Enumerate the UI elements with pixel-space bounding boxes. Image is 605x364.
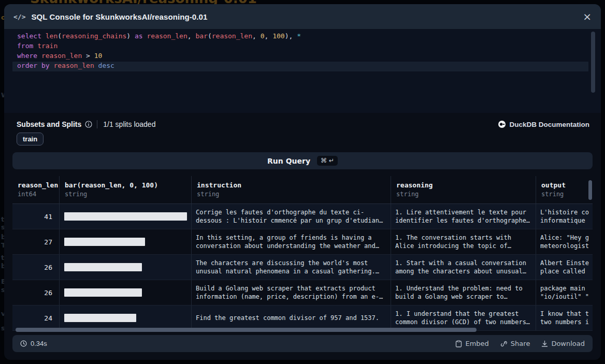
cell-reasoning: 1. The conversation starts with Alice in… xyxy=(391,229,536,254)
bar-fill xyxy=(64,238,145,246)
subsets-row: Subsets and Splits 1/1 splits loaded Duc… xyxy=(17,118,589,130)
run-shortcut-kbd: ⌘ ↵ xyxy=(317,156,338,166)
embed-icon xyxy=(455,340,462,347)
bar-fill xyxy=(64,288,142,297)
table-header-row: reason_lenint64bar(reason_len, 0, 100)st… xyxy=(12,176,593,204)
column-header-output[interactable]: outputstring xyxy=(536,176,593,203)
cell-output: Alice: "Hey g meteorologist xyxy=(536,229,593,254)
table-row[interactable]: 26The characters are discussing the worl… xyxy=(12,255,593,280)
table-row[interactable]: 27In this setting, a group of friends is… xyxy=(12,229,593,255)
table-row[interactable]: 26Build a Golang web scraper that extrac… xyxy=(12,280,593,305)
column-type: int64 xyxy=(18,191,59,198)
table-scrollbar-thumb[interactable] xyxy=(588,180,592,200)
column-name: reasoning xyxy=(396,181,536,189)
cell-output: L'histoire co informatique xyxy=(536,204,593,229)
splits-loaded-text: 1/1 splits loaded xyxy=(103,120,155,128)
cell-reasoning: 1. I understand that the greatest common… xyxy=(391,305,536,330)
sql-line: where reason_len > 10 xyxy=(12,52,588,62)
sql-console-modal: </> SQL Console for SkunkworksAI/reasoni… xyxy=(4,4,601,360)
horizontal-scrollbar[interactable] xyxy=(12,327,593,332)
cell-bar xyxy=(60,280,192,305)
sql-line: select len(reasoning_chains) as reason_l… xyxy=(12,32,588,42)
info-icon[interactable] xyxy=(85,121,92,128)
cell-bar xyxy=(60,229,192,254)
share-link-icon xyxy=(500,340,508,347)
run-query-label: Run Query xyxy=(267,157,310,165)
column-type: string xyxy=(541,191,593,198)
cell-output: Albert Einste place called xyxy=(536,255,593,280)
cell-bar xyxy=(60,305,192,330)
share-button[interactable]: Share xyxy=(500,340,530,347)
sql-line-active: order by reason_len desc xyxy=(12,62,588,71)
bar-fill xyxy=(64,263,142,271)
modal-title: SQL Console for SkunkworksAI/reasoning-0… xyxy=(31,12,207,21)
cell-reason-len: 26 xyxy=(12,255,60,280)
code-icon: </> xyxy=(13,13,25,21)
cell-reason-len: 27 xyxy=(12,229,60,254)
cell-bar xyxy=(60,255,192,280)
bar-fill xyxy=(64,314,136,322)
divider xyxy=(97,120,97,128)
cell-reasoning: 1. Understand the problem: need to build… xyxy=(391,280,536,305)
cell-output: package main "io/ioutil" " xyxy=(536,280,593,305)
cell-reason-len: 26 xyxy=(12,280,60,305)
column-type: string xyxy=(197,191,391,198)
results-table: reason_lenint64bar(reason_len, 0, 100)st… xyxy=(12,176,593,332)
table-row[interactable]: 41Corrige les fautes d'orthographe du te… xyxy=(12,204,593,229)
cell-instruction: The characters are discussing the world'… xyxy=(192,255,391,280)
query-duration: 0.34s xyxy=(20,340,47,347)
run-query-button[interactable]: Run Query ⌘ ↵ xyxy=(12,152,593,169)
cell-instruction: Corrige les fautes d'orthographe du text… xyxy=(192,204,391,229)
cell-instruction: Find the greatest common divisor of 957 … xyxy=(192,305,391,330)
column-type: string xyxy=(65,191,191,198)
query-duration-value: 0.34s xyxy=(31,340,47,347)
sql-editor[interactable]: select len(reasoning_chains) as reason_l… xyxy=(4,29,601,113)
cell-instruction: Build a Golang web scraper that extracts… xyxy=(192,280,391,305)
duckdb-docs-link[interactable]: DuckDB Documentation xyxy=(498,121,589,128)
cell-output: I know that t two numbers i xyxy=(536,305,593,330)
column-header-bar-reason-len-0-100-[interactable]: bar(reason_len, 0, 100)string xyxy=(60,176,192,203)
split-chip-train[interactable]: train xyxy=(17,133,44,145)
subsets-title: Subsets and Splits xyxy=(17,120,81,128)
column-header-reason-len[interactable]: reason_lenint64 xyxy=(12,176,60,203)
column-name: reason_len xyxy=(18,181,59,189)
duckdb-icon xyxy=(498,121,506,128)
sql-line: from train xyxy=(12,42,588,52)
column-type: string xyxy=(396,191,536,198)
download-icon xyxy=(541,340,548,347)
column-name: bar(reason_len, 0, 100) xyxy=(65,181,191,189)
cell-instruction: In this setting, a group of friends is h… xyxy=(192,229,391,254)
cell-reason-len: 24 xyxy=(12,305,60,330)
duckdb-docs-label: DuckDB Documentation xyxy=(509,121,589,128)
close-icon[interactable]: × xyxy=(583,11,592,22)
results-footer: 0.34s Embed Share Download xyxy=(12,335,593,352)
editor-scrollbar[interactable] xyxy=(591,32,595,93)
column-header-instruction[interactable]: instructionstring xyxy=(192,176,391,203)
cell-reasoning: 1. Start with a casual conversation amon… xyxy=(391,255,536,280)
column-header-reasoning[interactable]: reasoningstring xyxy=(391,176,536,203)
clock-icon xyxy=(20,340,27,347)
column-name: instruction xyxy=(197,181,391,189)
cell-bar xyxy=(60,204,192,229)
modal-header: </> SQL Console for SkunkworksAI/reasoni… xyxy=(4,4,601,29)
cell-reason-len: 41 xyxy=(12,204,60,229)
embed-button[interactable]: Embed xyxy=(455,340,488,347)
horizontal-scrollbar-thumb[interactable] xyxy=(16,328,477,332)
column-name: output xyxy=(541,181,593,189)
bar-fill xyxy=(64,212,187,221)
cell-reasoning: 1. Lire attentivement le texte pour iden… xyxy=(391,204,536,229)
download-button[interactable]: Download xyxy=(541,340,585,347)
